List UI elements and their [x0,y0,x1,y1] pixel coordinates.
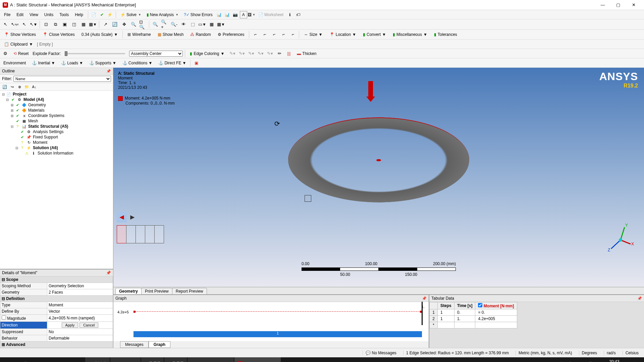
explode-mode-select[interactable]: Assembly Center [129,51,183,57]
col-steps[interactable]: Steps [438,302,454,309]
annotation-icon[interactable]: ⌐ [289,31,297,39]
location-button[interactable]: 📍Location▼ [327,32,359,38]
next-view-button[interactable]: ► [127,212,138,223]
notifications-button[interactable]: 💬 [627,357,643,362]
toolbar-icon[interactable]: ℹ [286,11,294,18]
tree-solution-info[interactable]: ⚠ℹSolution Information [1,150,112,156]
tree-analysis-settings[interactable]: ✔⚙Analysis Settings [1,129,112,134]
annotation-icon[interactable]: ⌐ [279,31,287,39]
taskbar-app[interactable]: 📁制动盘 [85,357,110,362]
pin-icon[interactable]: 📌 [106,270,111,275]
tree-btn[interactable]: 📁 [23,84,30,90]
tabular-table[interactable]: StepsTime [s] Moment [N·mm] 110.= 0. 211… [429,302,517,328]
worksheet-button[interactable]: 📄Worksheet [256,11,286,18]
toolbar-icon[interactable]: 📄 [90,11,98,18]
annotation-icon[interactable]: ⌐ [251,31,259,39]
moment-col-checkbox[interactable] [478,303,482,307]
tree-btn[interactable]: A↓ [31,84,38,90]
cancel-button[interactable]: Cancel [79,322,98,328]
reset-button[interactable]: ⟲Reset [11,51,31,57]
menu-help[interactable]: Help [72,11,86,18]
size-button[interactable]: ↔Size▼ [301,32,325,38]
details-value[interactable]: Vector [47,308,113,315]
select-icon[interactable]: ↖xyz [11,20,19,28]
probe-icon[interactable]: ✏ [275,50,283,58]
tree-mesh[interactable]: ✔▦Mesh [1,118,112,124]
view-icon[interactable]: ▭▼ [198,20,206,28]
edge-icon[interactable]: ✎▾ [228,50,236,58]
edge-icon[interactable]: ✎▾ [247,50,255,58]
annotation-icon[interactable]: ⌐ [270,31,278,39]
taskbar-app[interactable]: ▲Unsaved Project … [187,357,233,362]
tolerances-button[interactable]: ▮Tolerances [431,32,460,38]
select-icon[interactable]: ▦▼ [89,20,97,28]
row-new[interactable]: * [430,322,438,328]
menu-tools[interactable]: Tools [57,11,71,18]
taskbar-app[interactable]: ▶录屏君 [164,357,187,362]
graph-area[interactable]: 4.2e+5 1. 1 [113,302,429,341]
conditions-menu[interactable]: ⚓Conditions▼ [120,60,155,66]
cell[interactable]: 1 [438,316,454,322]
face-select-icon[interactable]: ▣ [61,20,69,28]
pin-icon[interactable]: 📌 [422,296,427,301]
clipboard-button[interactable]: 📋Clipboard▼ [1,41,36,47]
tree-project[interactable]: ⊟📄Project [1,92,112,97]
zoom-icon[interactable]: 🔍 [129,20,138,28]
cell[interactable]: 0. [454,309,475,316]
new-analysis-button[interactable]: ▮New Analysis▼ [144,11,181,18]
edge-select-icon[interactable]: ⧉ [51,20,59,28]
extend-icon[interactable]: ↗ [101,20,109,28]
close-button[interactable]: ✕ [626,0,641,10]
loads-menu[interactable]: ⚓Loads▼ [59,60,85,66]
menu-units[interactable]: Units [42,11,56,18]
menu-file[interactable]: File [1,11,13,18]
tree-solution[interactable]: ⊟?⚡Solution (A6) [1,145,112,150]
cell[interactable]: 4.2e+005 [475,316,517,322]
outline-tree[interactable]: ⊟📄Project ⊟✔⚙Model (A4) ⊞✔🔷Geometry ⊞✔🔶M… [0,91,113,269]
col-moment[interactable]: Moment [N·mm] [475,302,517,309]
details-value[interactable]: Geometry Selection [47,283,113,289]
solve-button[interactable]: ⚡Solve▼ [118,11,144,18]
graph-timeline-bar[interactable]: 1 [133,331,422,337]
view-icon[interactable]: ▦ [208,20,216,28]
select-mode-icon[interactable]: ↖ [1,20,9,28]
vertex-select-icon[interactable]: ⊡ [42,20,50,28]
toolbar-icon[interactable]: A [240,11,247,18]
tab-geometry[interactable]: Geometry [115,288,142,294]
toolbar-icon[interactable]: ⚡ [106,11,114,18]
tree-btn[interactable]: 🔄 [1,84,8,90]
menu-edit[interactable]: Edit [14,11,26,18]
random-button[interactable]: ⁂Random [187,32,213,38]
close-vertices-button[interactable]: 📍Close Vertices [40,32,77,38]
zoom-fit-icon[interactable]: 🔍 [151,20,159,28]
details-value[interactable]: 4.2e+005 N·mm (ramped) [47,315,113,322]
wireframe-button[interactable]: ⊞Wireframe [125,32,153,38]
maximize-button[interactable]: ▢ [610,0,626,10]
view-icon[interactable]: ▦▼ [217,20,225,28]
cell[interactable]: = 0. [475,309,517,316]
col-time[interactable]: Time [s] [454,302,475,309]
taskbar-app[interactable]: 📁20210113 [110,357,141,362]
thicken-button[interactable]: ▬Thicken [294,51,319,57]
status-units[interactable]: Metric (mm, kg, N, s, mV, mA) [516,351,575,355]
convert-button[interactable]: ▮Convert▼ [360,32,389,38]
toolbar-icon[interactable]: 🖼▼ [248,11,255,18]
edge-coloring-button[interactable]: ▮Edge Coloring▼ [187,51,227,57]
zoom-in-icon[interactable]: 🔍+ [161,20,169,28]
iso-icon[interactable]: ⬚ [189,20,197,28]
filter-select[interactable]: Name [13,76,111,82]
rotate-icon[interactable]: 🔄 [111,20,119,28]
edge-button[interactable]: e [68,357,85,362]
annotation-icon[interactable]: ⌐ [261,31,269,39]
cell[interactable]: 1 [438,309,454,316]
tab-print-preview[interactable]: Print Preview [141,288,172,294]
taskbar-app[interactable]: ▶录屏君 [141,357,164,362]
status-messages[interactable]: 💬 No Messages [363,351,399,355]
menu-view[interactable]: View [27,11,41,18]
toolbar-icon[interactable]: 📊 [224,11,231,18]
edge-icon[interactable]: ✎▾ [238,50,246,58]
tree-geometry[interactable]: ⊞✔🔷Geometry [1,102,112,108]
minimize-button[interactable]: — [595,0,610,10]
pan-icon[interactable]: ✥ [120,20,128,28]
toolbar-check-icon[interactable]: ✔ [98,11,106,18]
